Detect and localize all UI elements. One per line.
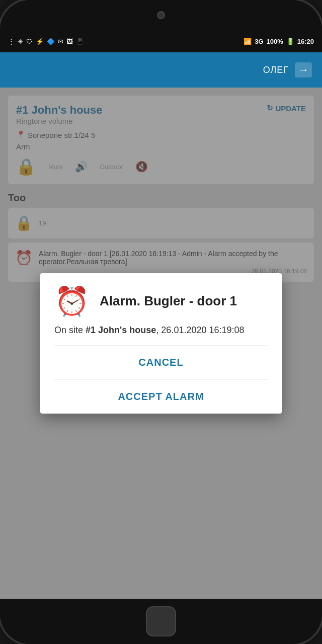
sim-icon: 📱 xyxy=(76,38,84,45)
asterisk-icon: ✳ xyxy=(18,38,23,45)
accept-alarm-button[interactable]: ACCEPT ALARM xyxy=(54,380,268,414)
network-type: 3G xyxy=(255,38,263,45)
username-label: ОЛЕГ xyxy=(263,65,289,75)
dialog-body-suffix: , 26.01.2020 16:19:08 xyxy=(156,325,244,335)
dialog-title-row: ⏰ Alarm. Bugler - door 1 xyxy=(54,287,268,315)
logout-button[interactable]: → xyxy=(295,62,312,77)
cancel-button[interactable]: CANCEL xyxy=(54,346,268,380)
modal-overlay: ⏰ Alarm. Bugler - door 1 On site #1 John… xyxy=(0,88,322,599)
status-bar: ⋮ ✳ 🛡 ⚡ 🔷 ✉ 🖼 📱 📶 3G 100% 🔋 16:20 xyxy=(0,30,322,52)
dialog-actions: CANCEL ACCEPT ALARM xyxy=(54,345,268,414)
home-button[interactable] xyxy=(146,606,176,636)
wifi-icon: 📶 xyxy=(244,38,252,45)
more-icon: ⋮ xyxy=(8,38,15,45)
app-header: ОЛЕГ → xyxy=(0,52,322,88)
phone-top-bar xyxy=(0,0,322,30)
dialog-title: Alarm. Bugler - door 1 xyxy=(100,293,237,309)
battery-level: 100% xyxy=(267,38,283,45)
alarm-dialog: ⏰ Alarm. Bugler - door 1 On site #1 John… xyxy=(40,273,282,414)
dialog-site-ref: #1 John's house xyxy=(86,325,156,335)
dialog-body: On site #1 John's house, 26.01.2020 16:1… xyxy=(54,324,268,337)
phone-bottom-bar xyxy=(0,599,322,644)
dialog-body-prefix: On site xyxy=(54,325,86,335)
clock: 16:20 xyxy=(297,38,314,45)
image-icon: 🖼 xyxy=(66,38,73,45)
alarm-clock-icon: ⏰ xyxy=(54,287,90,315)
status-icons: ⋮ ✳ 🛡 ⚡ 🔷 ✉ 🖼 📱 xyxy=(8,38,84,45)
status-right: 📶 3G 100% 🔋 16:20 xyxy=(244,38,314,45)
usb-icon: ⚡ xyxy=(36,38,44,45)
app-content: #1 John's house Ringtone volume ↻ UPDATE… xyxy=(0,88,322,599)
battery-icon: 🔋 xyxy=(286,38,294,45)
mail-icon: ✉ xyxy=(58,38,63,45)
phone-frame: ⋮ ✳ 🛡 ⚡ 🔷 ✉ 🖼 📱 📶 3G 100% 🔋 16:20 ОЛЕГ → xyxy=(0,0,322,644)
camera xyxy=(157,11,165,19)
vpn-icon: 🛡 xyxy=(26,38,33,45)
shield-icon: 🔷 xyxy=(47,38,55,45)
